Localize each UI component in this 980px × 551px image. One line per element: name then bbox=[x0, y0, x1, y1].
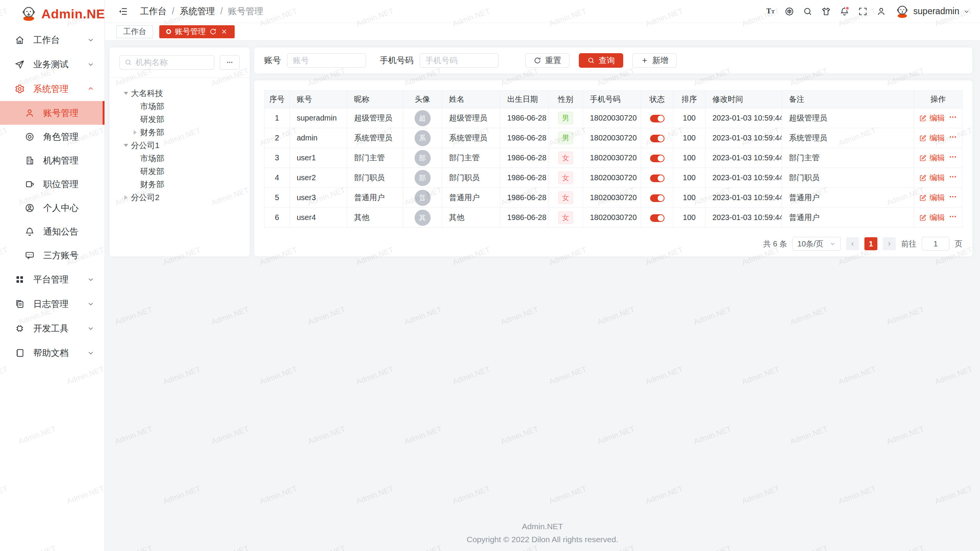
tree-node[interactable]: 市场部 bbox=[119, 100, 240, 113]
sidebar-item-platform-management[interactable]: 平台管理 bbox=[0, 267, 105, 292]
sidebar-item-dev-tools[interactable]: 开发工具 bbox=[0, 316, 105, 341]
more-icon bbox=[949, 153, 957, 161]
org-search-input[interactable] bbox=[136, 58, 209, 67]
tree-node[interactable]: 市场部 bbox=[119, 152, 240, 165]
avatar: 系 bbox=[415, 130, 431, 146]
status-toggle[interactable] bbox=[650, 155, 665, 162]
menu-fold-icon[interactable] bbox=[116, 4, 131, 19]
edit-button[interactable]: 编辑 bbox=[919, 173, 945, 183]
tree-node[interactable]: 研发部 bbox=[119, 113, 240, 126]
row-more-button[interactable] bbox=[949, 212, 957, 223]
tree-node[interactable]: 分公司1 bbox=[119, 139, 240, 152]
sidebar-item-org-management[interactable]: 机构管理 bbox=[0, 148, 105, 172]
goto-unit-label: 页 bbox=[955, 239, 962, 249]
cell-phone: 18020030720 bbox=[583, 188, 641, 208]
caret-right-icon[interactable] bbox=[124, 195, 127, 200]
sidebar-item-position-management[interactable]: 职位管理 bbox=[0, 172, 105, 196]
page-1-button[interactable]: 1 bbox=[864, 237, 877, 250]
row-more-button[interactable] bbox=[949, 113, 957, 123]
sidebar-item-label: 个人中心 bbox=[43, 202, 78, 214]
account-filter-input[interactable] bbox=[287, 53, 366, 68]
profile-icon[interactable] bbox=[874, 4, 889, 19]
language-icon[interactable] bbox=[782, 4, 797, 19]
status-toggle[interactable] bbox=[650, 174, 665, 182]
cell-time: 2023-01-03 10:59:44 bbox=[706, 208, 782, 228]
cell-status bbox=[641, 148, 673, 168]
caret-down-icon[interactable] bbox=[124, 92, 128, 95]
tree-caret bbox=[130, 130, 140, 135]
edit-button[interactable]: 编辑 bbox=[919, 212, 945, 223]
tab-account-management[interactable]: 账号管理 bbox=[159, 25, 235, 38]
sidebar-item-system-management[interactable]: 系统管理 bbox=[0, 77, 105, 101]
status-toggle[interactable] bbox=[650, 115, 665, 122]
tree-node[interactable]: 财务部 bbox=[119, 126, 240, 139]
notification-icon[interactable] bbox=[837, 4, 852, 19]
cell-order: 100 bbox=[673, 108, 706, 128]
phone-filter-input[interactable] bbox=[420, 53, 498, 68]
row-more-button[interactable] bbox=[949, 133, 957, 143]
tab-workbench[interactable]: 工作台 bbox=[116, 25, 153, 38]
cell-action: 编辑 bbox=[914, 108, 962, 128]
edit-button[interactable]: 编辑 bbox=[919, 133, 945, 143]
sidebar-item-account-management[interactable]: 账号管理 bbox=[0, 101, 105, 125]
cell-remark: 普通用户 bbox=[782, 208, 914, 228]
next-page-button[interactable]: › bbox=[883, 237, 896, 250]
breadcrumb-item[interactable]: 工作台 bbox=[140, 5, 167, 17]
font-size-icon[interactable]: TT bbox=[763, 4, 779, 19]
caret-right-icon[interactable] bbox=[134, 130, 137, 135]
user-menu[interactable]: superadmin bbox=[895, 4, 970, 19]
cell-status bbox=[641, 208, 673, 228]
sidebar-item-log-management[interactable]: 日志管理 bbox=[0, 292, 105, 316]
cell-index: 2 bbox=[265, 128, 290, 148]
goto-page-input[interactable] bbox=[922, 237, 949, 251]
add-button[interactable]: 新增 bbox=[632, 53, 677, 68]
edit-button[interactable]: 编辑 bbox=[919, 113, 945, 123]
cell-time: 2023-01-03 10:59:44 bbox=[706, 168, 782, 188]
edit-button[interactable]: 编辑 bbox=[919, 153, 945, 163]
cell-nickname: 部门主管 bbox=[347, 148, 403, 168]
tree-node-label: 市场部 bbox=[140, 153, 164, 164]
cell-avatar: 超 bbox=[403, 108, 442, 128]
tree-node[interactable]: 分公司2 bbox=[119, 191, 240, 204]
fullscreen-icon[interactable] bbox=[855, 4, 871, 19]
cell-action: 编辑 bbox=[914, 188, 962, 208]
page-size-select[interactable]: 10条/页 bbox=[792, 237, 841, 251]
breadcrumb-item[interactable]: 系统管理 bbox=[180, 5, 215, 17]
org-more-button[interactable] bbox=[220, 55, 240, 70]
search-icon[interactable] bbox=[800, 4, 815, 19]
sidebar-item-third-party-account[interactable]: 三方账号 bbox=[0, 243, 105, 267]
row-more-button[interactable] bbox=[949, 192, 957, 203]
edit-button[interactable]: 编辑 bbox=[919, 192, 945, 203]
topbar: 工作台 / 系统管理 / 账号管理 TT bbox=[105, 0, 980, 23]
pagination: 共 6 条 10条/页 ‹ 1 › 前往 页 bbox=[264, 233, 962, 254]
cell-time: 2023-01-03 10:59:44 bbox=[706, 188, 782, 208]
breadcrumb-separator: / bbox=[172, 6, 174, 16]
caret-down-icon[interactable] bbox=[124, 144, 128, 147]
status-toggle[interactable] bbox=[650, 214, 665, 222]
sidebar-item-notice-announcement[interactable]: 通知公告 bbox=[0, 220, 105, 243]
query-button[interactable]: 查询 bbox=[579, 53, 623, 68]
sidebar-item-help-docs[interactable]: 帮助文档 bbox=[0, 341, 105, 365]
cell-phone: 18020030720 bbox=[583, 168, 641, 188]
sidebar-item-role-management[interactable]: 角色管理 bbox=[0, 125, 105, 148]
row-more-button[interactable] bbox=[949, 153, 957, 163]
row-more-button[interactable] bbox=[949, 173, 957, 183]
tree-node[interactable]: 研发部 bbox=[119, 165, 240, 178]
tree-node[interactable]: 财务部 bbox=[119, 178, 240, 191]
theme-icon[interactable] bbox=[818, 4, 834, 19]
status-toggle[interactable] bbox=[650, 194, 665, 202]
refresh-icon[interactable] bbox=[209, 28, 217, 35]
close-icon[interactable] bbox=[220, 28, 228, 35]
breadcrumb-separator: / bbox=[220, 6, 222, 16]
sidebar-item-workbench[interactable]: 工作台 bbox=[0, 28, 105, 52]
status-toggle[interactable] bbox=[650, 135, 665, 142]
tree-node[interactable]: 大名科技 bbox=[119, 87, 240, 100]
edit-label: 编辑 bbox=[929, 192, 945, 203]
cell-nickname: 部门职员 bbox=[347, 168, 403, 188]
sidebar-item-personal-center[interactable]: 个人中心 bbox=[0, 196, 105, 220]
goto-label: 前往 bbox=[901, 239, 916, 249]
sidebar-item-business-test[interactable]: 业务测试 bbox=[0, 52, 105, 77]
edit-icon bbox=[919, 214, 927, 222]
prev-page-button[interactable]: ‹ bbox=[846, 237, 859, 250]
reset-button[interactable]: 重置 bbox=[525, 53, 570, 68]
